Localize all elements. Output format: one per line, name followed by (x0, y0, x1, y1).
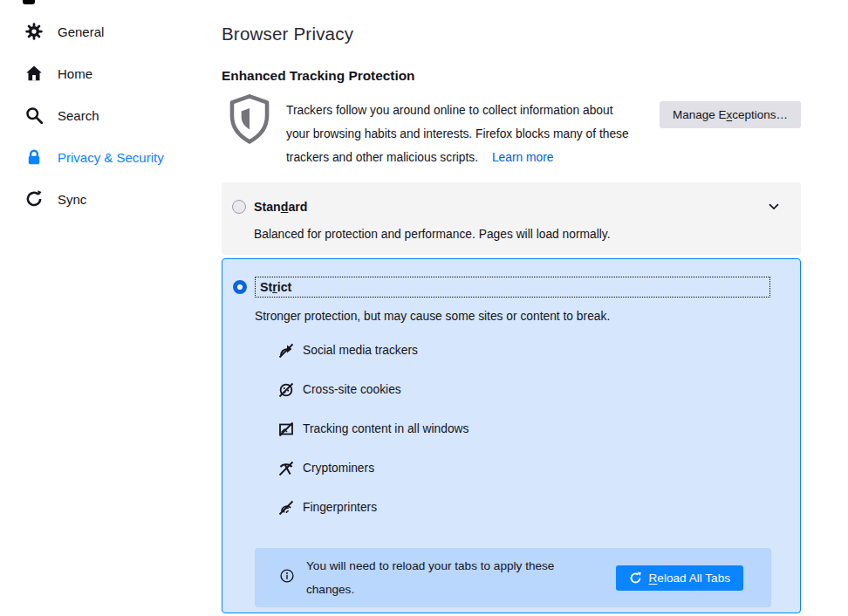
label-part: ict (277, 280, 292, 294)
standard-label[interactable]: Standard (254, 200, 308, 214)
sidebar-item-search[interactable]: Search (0, 94, 222, 136)
sidebar-item-label: General (58, 24, 104, 39)
sidebar-item-sync[interactable]: Sync (0, 178, 222, 220)
etp-description-line: Trackers follow you around online to col… (286, 99, 667, 122)
lock-icon (25, 148, 43, 166)
sidebar-item-label: Sync (58, 192, 86, 207)
shield-icon (227, 93, 272, 151)
home-icon (25, 65, 43, 82)
search-icon (25, 106, 43, 124)
list-item: Cryptominers (278, 448, 800, 488)
reload-tabs-callout: You will need to reload your tabs to app… (255, 548, 771, 607)
button-label: Reload All Tabs (649, 572, 730, 585)
button-label-part: ceptions… (732, 108, 788, 121)
blocked-item-label: Tracking content in all windows (303, 422, 468, 435)
cryptominer-blocked-icon (278, 461, 294, 476)
label-part: Stan (254, 200, 281, 214)
sidebar-item-label: Search (58, 108, 99, 123)
reload-icon (629, 572, 642, 585)
button-label-part: eload All Tabs (657, 572, 730, 585)
sidebar-item-home[interactable]: Home (0, 52, 222, 94)
strict-label-focus-outline[interactable]: Strict (255, 277, 770, 298)
button-access-key: R (649, 572, 658, 585)
blocked-item-label: Cryptominers (303, 462, 374, 475)
strict-blocked-list: Social media trackers Cross-site cookies (278, 331, 800, 527)
chevron-down-icon[interactable] (769, 203, 779, 210)
reload-message: You will need to reload your tabs to app… (306, 554, 554, 601)
section-heading: Enhanced Tracking Protection (222, 68, 415, 84)
standard-description: Balanced for protection and performance.… (254, 228, 801, 241)
etp-description-line: trackers and other malicious scripts. (286, 151, 478, 164)
cookies-blocked-icon (278, 382, 294, 398)
firefox-settings-page: General Home Search (0, 0, 848, 616)
clipped-icon-fragment (23, 0, 35, 4)
strict-radio[interactable] (233, 280, 247, 294)
tracking-content-blocked-icon (278, 421, 294, 437)
sidebar-item-general[interactable]: General (0, 10, 222, 52)
reload-message-line: changes. (306, 578, 554, 601)
manage-exceptions-button[interactable]: Manage Exceptions… (660, 101, 801, 128)
learn-more-link[interactable]: Learn more (492, 151, 554, 164)
info-icon (279, 568, 295, 587)
fingerprinter-blocked-icon (278, 500, 294, 516)
etp-description-line: your browsing habits and interests. Fire… (286, 122, 667, 146)
standard-option-card: Standard Balanced for protection and per… (222, 182, 801, 255)
sidebar-item-privacy-security[interactable]: Privacy & Security (0, 136, 222, 178)
blocked-item-label: Cross-site cookies (303, 383, 401, 396)
list-item: Cross-site cookies (278, 370, 800, 409)
strict-option-header: Strict (222, 259, 800, 298)
blocked-item-label: Social media trackers (303, 344, 418, 357)
list-item: Social media trackers (278, 331, 800, 370)
sidebar-item-label: Privacy & Security (58, 150, 164, 165)
standard-option-header: Standard (222, 182, 801, 214)
etp-description: Trackers follow you around online to col… (286, 99, 667, 169)
list-item: Tracking content in all windows (278, 409, 800, 448)
social-media-blocked-icon (278, 343, 294, 359)
page-title: Browser Privacy (222, 24, 353, 44)
sidebar-item-label: Home (58, 66, 92, 81)
blocked-item-label: Fingerprinters (303, 501, 377, 514)
button-label-part: Manage E (673, 108, 727, 121)
label-part: ard (288, 200, 307, 214)
etp-intro: Trackers follow you around online to col… (222, 91, 801, 178)
sync-icon (25, 190, 43, 208)
reload-message-line: You will need to reload your tabs to app… (306, 554, 554, 578)
strict-option-card: Strict Stronger protection, but may caus… (222, 258, 801, 613)
standard-radio[interactable] (232, 200, 246, 214)
strict-description: Stronger protection, but may cause some … (255, 310, 800, 323)
reload-all-tabs-button[interactable]: Reload All Tabs (616, 565, 743, 591)
strict-label[interactable]: Strict (260, 280, 291, 294)
gear-icon (25, 23, 43, 40)
list-item: Fingerprinters (278, 488, 800, 527)
browser-privacy-panel: Browser Privacy Enhanced Tracking Protec… (222, 0, 801, 616)
settings-category-sidebar: General Home Search (0, 10, 222, 220)
label-part: St (260, 280, 272, 294)
